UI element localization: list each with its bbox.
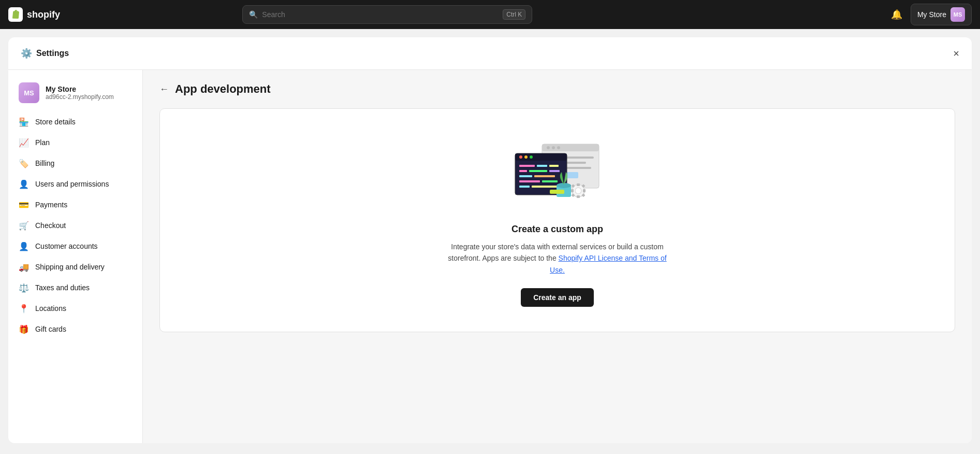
svg-rect-34 <box>583 189 586 192</box>
sidebar-item-label: Gift cards <box>35 325 66 333</box>
settings-body: MS My Store ad96cc-2.myshopify.com 🏪 Sto… <box>8 70 972 443</box>
svg-rect-21 <box>519 175 532 177</box>
search-input[interactable] <box>262 10 499 19</box>
app-card-description: Integrate your store's data with externa… <box>444 241 671 276</box>
settings-gear-icon: ⚙️ <box>21 48 32 59</box>
store-switcher-button[interactable]: My Store MS <box>911 4 972 25</box>
sidebar-item-store-details[interactable]: 🏪 Store details <box>8 111 142 132</box>
sidebar-item-payments[interactable]: 💳 Payments <box>8 194 142 215</box>
sidebar-item-label: Store details <box>35 118 76 126</box>
shopify-bag-icon <box>8 7 23 22</box>
sidebar-store-initials: MS <box>24 89 34 97</box>
svg-rect-16 <box>537 165 547 167</box>
app-illustration <box>511 134 604 211</box>
sidebar-item-label: Billing <box>35 159 54 167</box>
page-header: ← App development <box>159 82 955 96</box>
svg-rect-15 <box>519 165 535 167</box>
sidebar-item-customer-accounts[interactable]: 👤 Customer accounts <box>8 236 142 257</box>
notifications-bell[interactable]: 🔔 <box>889 7 904 22</box>
sidebar-item-label: Shipping and delivery <box>35 263 105 271</box>
sidebar-item-plan[interactable]: 📈 Plan <box>8 132 142 153</box>
svg-rect-31 <box>577 183 580 186</box>
plan-icon: 📈 <box>19 137 29 148</box>
sidebar-item-label: Taxes and duties <box>35 283 90 292</box>
settings-header: ⚙️ Settings × <box>8 37 972 70</box>
svg-point-4 <box>552 146 555 149</box>
sidebar-item-label: Plan <box>35 138 50 147</box>
svg-rect-25 <box>519 186 530 188</box>
svg-rect-24 <box>542 180 558 182</box>
svg-rect-22 <box>534 175 555 177</box>
settings-sidebar: MS My Store ad96cc-2.myshopify.com 🏪 Sto… <box>8 70 143 443</box>
gift-cards-icon: 🎁 <box>19 324 29 334</box>
svg-rect-18 <box>519 170 527 172</box>
sidebar-item-taxes-duties[interactable]: ⚖️ Taxes and duties <box>8 277 142 298</box>
settings-title-row: ⚙️ Settings <box>21 48 69 59</box>
sidebar-item-locations[interactable]: 📍 Locations <box>8 298 142 319</box>
search-container: 🔍 Ctrl K <box>242 5 532 24</box>
svg-rect-32 <box>577 195 580 198</box>
app-card-title: Create a custom app <box>511 224 603 235</box>
svg-point-28 <box>557 183 571 188</box>
sidebar-item-billing[interactable]: 🏷️ Billing <box>8 153 142 174</box>
top-navigation: shopify 🔍 Ctrl K 🔔 My Store MS <box>0 0 980 29</box>
svg-point-3 <box>547 146 550 149</box>
taxes-icon: ⚖️ <box>19 282 29 293</box>
settings-panel-title: Settings <box>36 49 69 58</box>
svg-rect-33 <box>571 189 574 192</box>
app-illustration-svg <box>511 134 604 211</box>
sidebar-item-users-permissions[interactable]: 👤 Users and permissions <box>8 174 142 194</box>
sidebar-item-gift-cards[interactable]: 🎁 Gift cards <box>8 319 142 339</box>
app-development-card: Create a custom app Integrate your store… <box>159 108 955 332</box>
svg-point-12 <box>519 155 522 159</box>
shopify-logo: shopify <box>8 7 60 22</box>
topnav-right: 🔔 My Store MS <box>889 4 972 25</box>
svg-rect-19 <box>529 170 547 172</box>
checkout-icon: 🛒 <box>19 220 29 231</box>
store-name-label: My Store <box>917 10 946 19</box>
sidebar-item-label: Payments <box>35 201 67 209</box>
svg-point-30 <box>575 188 581 194</box>
page-title: App development <box>175 82 271 96</box>
sidebar-item-label: Customer accounts <box>35 242 98 250</box>
sidebar-nav: 🏪 Store details 📈 Plan 🏷️ Billing 👤 User… <box>8 111 142 339</box>
svg-point-13 <box>524 155 528 159</box>
svg-rect-11 <box>515 153 567 161</box>
sidebar-store-avatar: MS <box>19 82 39 103</box>
page-background: ⚙️ Settings × MS My Store ad96cc-2.mysho… <box>0 29 980 454</box>
store-avatar-initials: MS <box>954 11 962 18</box>
svg-rect-2 <box>542 144 599 151</box>
svg-rect-26 <box>532 186 558 188</box>
shopify-api-license-link[interactable]: Shopify API License and Terms of Use. <box>550 254 667 274</box>
shipping-icon: 🚚 <box>19 262 29 272</box>
back-button[interactable]: ← <box>159 84 169 95</box>
sidebar-item-shipping-delivery[interactable]: 🚚 Shipping and delivery <box>8 257 142 277</box>
bell-icon: 🔔 <box>891 9 902 20</box>
store-details-icon: 🏪 <box>19 117 29 127</box>
locations-icon: 📍 <box>19 303 29 314</box>
sidebar-item-label: Checkout <box>35 221 66 230</box>
settings-panel: ⚙️ Settings × MS My Store ad96cc-2.mysho… <box>8 37 972 443</box>
sidebar-item-checkout[interactable]: 🛒 Checkout <box>8 215 142 236</box>
svg-rect-17 <box>549 165 559 167</box>
svg-point-14 <box>530 155 533 159</box>
search-shortcut: Ctrl K <box>503 9 525 20</box>
settings-close-button[interactable]: × <box>953 48 959 59</box>
svg-rect-23 <box>519 180 540 182</box>
sidebar-item-label: Locations <box>35 304 66 313</box>
svg-point-5 <box>557 146 560 149</box>
sidebar-item-label: Users and permissions <box>35 180 109 188</box>
create-an-app-button[interactable]: Create an app <box>521 288 594 307</box>
sidebar-store-name: My Store <box>46 85 114 93</box>
sidebar-store-domain: ad96cc-2.myshopify.com <box>46 93 114 101</box>
store-info-block: MS My Store ad96cc-2.myshopify.com <box>8 78 142 111</box>
payments-icon: 💳 <box>19 200 29 210</box>
store-avatar: MS <box>950 7 965 22</box>
search-icon: 🔍 <box>249 10 258 19</box>
billing-icon: 🏷️ <box>19 158 29 168</box>
svg-rect-39 <box>550 190 564 194</box>
shopify-logo-text: shopify <box>27 9 60 20</box>
settings-main-content: ← App development <box>143 70 972 443</box>
svg-rect-20 <box>549 170 560 172</box>
users-icon: 👤 <box>19 179 29 189</box>
